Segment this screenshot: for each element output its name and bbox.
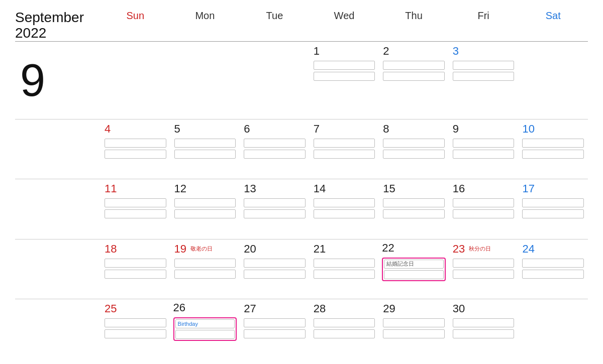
day-number-5: 5 (174, 123, 236, 136)
event-bar-2-2[interactable] (383, 72, 445, 81)
day-number-17: 17 (522, 182, 584, 195)
day-cell-14: 14 (310, 179, 379, 239)
event-bar-1-1[interactable] (314, 61, 375, 70)
day-number-16: 16 (453, 182, 515, 195)
event-bar-14-2[interactable] (314, 209, 375, 218)
event-bar-8-1[interactable] (383, 139, 445, 148)
event-bar-6-2[interactable] (244, 150, 306, 159)
day-number-11: 11 (105, 182, 166, 195)
event-bar-11-1[interactable] (105, 198, 166, 207)
event-bar-13-2[interactable] (244, 209, 306, 218)
event-bar-30-1[interactable] (453, 318, 515, 327)
event-bar-24-2[interactable] (522, 270, 584, 279)
event-bar-6-1[interactable] (244, 139, 306, 148)
day-cell-16: 16 (449, 179, 519, 239)
day-cell-21: 21 (310, 239, 379, 299)
event-bar-16-1[interactable] (453, 198, 515, 207)
event-bar-23-2[interactable] (453, 270, 515, 279)
day-number-3: 3 (453, 45, 515, 58)
event-bar-30-2[interactable] (453, 329, 515, 338)
event-bar-28-1[interactable] (314, 318, 375, 327)
day-cell-6: 6 (240, 119, 310, 179)
day-number-30: 30 (453, 302, 515, 315)
event-bar-10-2[interactable] (522, 150, 584, 159)
week4-spacer (15, 239, 100, 299)
event-bar-17-2[interactable] (522, 209, 584, 218)
day-header-sat: Sat (518, 10, 588, 41)
event-bar-19-1[interactable] (174, 259, 236, 268)
event-bar-12-2[interactable] (174, 209, 236, 218)
event-bar-9-2[interactable] (453, 150, 515, 159)
day-cell-12: 12 (170, 179, 240, 239)
day-cell-empty-sun (100, 42, 170, 119)
month-name: September (15, 10, 100, 26)
event-bar-24-1[interactable] (522, 259, 584, 268)
event-bar-19-2[interactable] (174, 270, 236, 279)
event-bar-7-2[interactable] (314, 150, 375, 159)
event-bar-9-1[interactable] (453, 139, 515, 148)
event-bar-5-2[interactable] (174, 150, 236, 159)
event-bar-11-2[interactable] (105, 209, 166, 218)
event-bar-16-2[interactable] (453, 209, 515, 218)
event-bar-20-1[interactable] (244, 259, 306, 268)
event-bar-26-2[interactable] (175, 330, 235, 339)
calendar: September 2022 Sun Mon Tue Wed Thu Fri S… (0, 0, 603, 364)
event-bar-26-1[interactable]: Birthday (175, 319, 235, 328)
event-bar-18-2[interactable] (105, 270, 166, 279)
day-cell-28: 28 (310, 299, 379, 359)
day-number-8: 8 (383, 123, 445, 136)
event-bar-21-1[interactable] (314, 259, 375, 268)
event-bar-15-1[interactable] (383, 198, 445, 207)
big-month-display: 9 (15, 42, 100, 119)
event-bar-28-2[interactable] (314, 329, 375, 338)
event-bar-29-1[interactable] (383, 318, 445, 327)
day-cell-26: 26 Birthday (170, 299, 240, 359)
day-number-12: 12 (174, 182, 236, 195)
day-cell-23: 23 秋分の日 (449, 239, 519, 299)
event-bar-14-1[interactable] (314, 198, 375, 207)
day-number-10: 10 (522, 123, 584, 136)
event-bar-4-1[interactable] (105, 139, 166, 148)
event-bar-21-2[interactable] (314, 270, 375, 279)
event-bar-22-2[interactable] (384, 270, 444, 279)
day-cell-11: 11 (100, 179, 170, 239)
event-bar-23-1[interactable] (453, 259, 515, 268)
day-cell-9: 9 (449, 119, 519, 179)
day-cell-empty-end (518, 299, 588, 359)
day-number-24: 24 (522, 242, 584, 256)
day-cell-15: 15 (379, 179, 449, 239)
week-row-3: 11 12 13 14 15 (15, 179, 588, 239)
event-bar-22-1[interactable]: 結婚記念日 (384, 260, 444, 269)
event-bar-5-1[interactable] (174, 139, 236, 148)
event-bar-12-1[interactable] (174, 198, 236, 207)
event-bar-13-1[interactable] (244, 198, 306, 207)
event-bar-29-2[interactable] (383, 329, 445, 338)
event-bar-27-1[interactable] (244, 318, 306, 327)
day-cell-29: 29 (379, 299, 449, 359)
event-bar-3-2[interactable] (453, 72, 515, 81)
day-number-29: 29 (383, 302, 445, 315)
event-bar-27-2[interactable] (244, 329, 306, 338)
day-cell-30: 30 (449, 299, 519, 359)
event-bar-1-2[interactable] (314, 72, 375, 81)
day-22-highlight-box: 結婚記念日 (382, 258, 446, 281)
day-cell-empty-wed (240, 42, 310, 119)
event-bar-7-1[interactable] (314, 139, 375, 148)
event-bar-3-1[interactable] (453, 61, 515, 70)
week5-spacer (15, 299, 100, 359)
event-bar-20-2[interactable] (244, 270, 306, 279)
event-bar-15-2[interactable] (383, 209, 445, 218)
event-bar-17-1[interactable] (522, 198, 584, 207)
event-bar-8-2[interactable] (383, 150, 445, 159)
day-cell-2: 2 (379, 42, 449, 119)
day-number-26: 26 (173, 301, 237, 314)
event-bar-25-1[interactable] (105, 318, 166, 327)
event-bar-18-1[interactable] (105, 259, 166, 268)
day-26-highlight-box: Birthday (173, 317, 237, 341)
event-bar-2-1[interactable] (383, 61, 445, 70)
event-bar-4-2[interactable] (105, 150, 166, 159)
event-bar-25-2[interactable] (105, 329, 166, 338)
day-number-22: 22 (382, 241, 446, 255)
event-bar-10-1[interactable] (522, 139, 584, 148)
day-cell-3: 3 (449, 42, 519, 119)
